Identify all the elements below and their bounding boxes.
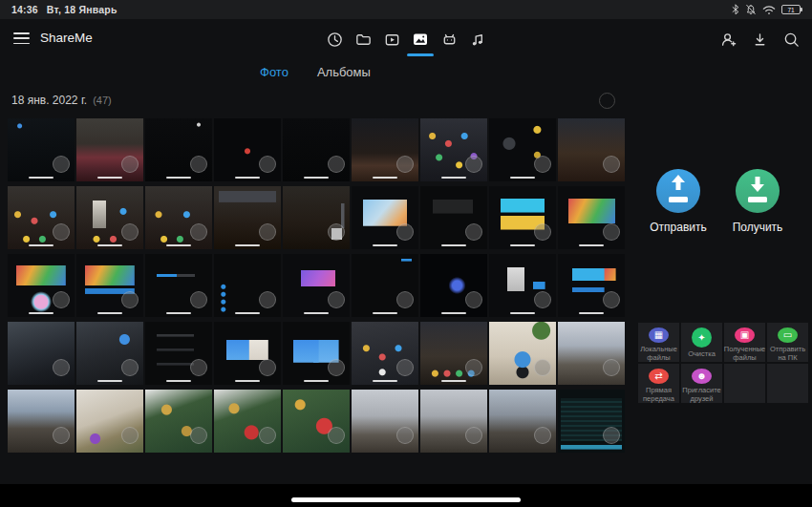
thumb-select-circle[interactable] [190, 223, 207, 241]
thumb-select-circle[interactable] [53, 156, 70, 173]
tab-albums[interactable]: Альбомы [317, 65, 371, 79]
thumb-select-circle[interactable] [328, 427, 345, 444]
thumb-select-circle[interactable] [53, 427, 70, 444]
photo-thumbnail[interactable] [214, 322, 281, 385]
photo-thumbnail[interactable] [76, 118, 143, 181]
photo-thumbnail[interactable] [420, 322, 487, 385]
thumb-select-circle[interactable] [465, 427, 482, 444]
photo-thumbnail[interactable] [76, 390, 143, 453]
photo-thumbnail[interactable] [214, 118, 281, 181]
thumb-select-circle[interactable] [396, 427, 414, 444]
thumb-select-circle[interactable] [603, 291, 620, 308]
shortcut-cleanup[interactable]: ✦Очистка [681, 323, 722, 362]
thumb-select-circle[interactable] [396, 156, 414, 173]
photo-thumbnail[interactable] [76, 186, 143, 249]
photo-thumbnail[interactable] [489, 254, 556, 317]
thumb-select-circle[interactable] [603, 156, 620, 173]
thumb-select-circle[interactable] [121, 156, 139, 173]
photo-thumbnail[interactable] [145, 254, 212, 317]
photo-thumbnail[interactable] [145, 118, 212, 181]
photo-thumbnail[interactable] [558, 186, 625, 249]
thumb-select-circle[interactable] [534, 359, 551, 376]
search-icon[interactable] [781, 30, 801, 49]
send-button[interactable] [656, 169, 700, 213]
photo-thumbnail[interactable] [8, 254, 75, 317]
shortcut-invite-friends[interactable]: ☻Пригласите друзей [681, 364, 722, 403]
apk-icon[interactable] [439, 30, 459, 49]
photo-thumbnail[interactable] [489, 118, 556, 181]
home-indicator[interactable] [291, 497, 521, 502]
photo-thumbnail[interactable] [489, 322, 556, 385]
shortcut-received-files[interactable]: ▣Полученные файлы [724, 323, 765, 362]
download-icon[interactable] [750, 30, 769, 49]
photo-thumbnail[interactable] [352, 186, 418, 249]
photo-thumbnail[interactable] [283, 322, 350, 385]
photo-thumbnail[interactable] [352, 390, 418, 453]
photo-thumbnail[interactable] [8, 118, 75, 181]
photo-thumbnail[interactable] [214, 390, 281, 453]
photo-thumbnail[interactable] [558, 254, 625, 317]
thumb-select-circle[interactable] [190, 291, 207, 308]
thumb-select-circle[interactable] [259, 359, 276, 376]
photo-thumbnail[interactable] [76, 254, 143, 317]
photo-thumbnail[interactable] [214, 254, 281, 317]
thumb-select-circle[interactable] [121, 427, 139, 444]
photo-thumbnail[interactable] [420, 186, 487, 249]
thumb-select-circle[interactable] [534, 427, 551, 444]
image-icon[interactable] [411, 30, 430, 49]
thumb-select-circle[interactable] [190, 359, 207, 376]
thumb-select-circle[interactable] [190, 156, 207, 173]
add-user-icon[interactable] [718, 30, 737, 49]
photo-thumbnail[interactable] [76, 322, 143, 385]
thumb-select-circle[interactable] [53, 359, 70, 376]
photo-thumbnail[interactable] [8, 322, 75, 385]
photo-thumbnail[interactable] [489, 390, 556, 453]
receive-button[interactable] [736, 169, 780, 213]
history-icon[interactable] [325, 30, 344, 49]
thumb-select-circle[interactable] [121, 291, 139, 308]
thumb-select-circle[interactable] [465, 223, 482, 241]
thumb-select-circle[interactable] [465, 359, 482, 376]
photo-thumbnail[interactable] [420, 118, 487, 181]
thumb-select-circle[interactable] [328, 359, 345, 376]
thumb-select-circle[interactable] [190, 427, 207, 444]
photo-thumbnail[interactable] [352, 254, 418, 317]
thumb-select-circle[interactable] [534, 291, 551, 308]
thumb-select-circle[interactable] [121, 223, 139, 241]
photo-thumbnail[interactable] [283, 390, 350, 453]
photo-thumbnail[interactable] [558, 390, 625, 453]
thumb-select-circle[interactable] [328, 223, 345, 241]
select-all-circle[interactable] [599, 93, 615, 109]
thumb-select-circle[interactable] [603, 223, 620, 241]
thumb-select-circle[interactable] [53, 223, 70, 241]
hamburger-menu-icon[interactable] [13, 32, 30, 45]
photo-thumbnail[interactable] [283, 118, 350, 181]
photo-thumbnail[interactable] [214, 186, 281, 249]
thumb-select-circle[interactable] [396, 223, 414, 241]
tab-photo[interactable]: Фото [260, 65, 288, 79]
shortcut-send-to-pc[interactable]: ▭Отправить на ПК [767, 323, 808, 362]
thumb-select-circle[interactable] [121, 359, 139, 376]
thumb-select-circle[interactable] [603, 427, 620, 444]
thumb-select-circle[interactable] [259, 427, 276, 444]
shortcut-direct-transfer[interactable]: ⇄Прямая передача [638, 364, 679, 403]
thumb-select-circle[interactable] [465, 291, 482, 308]
photo-thumbnail[interactable] [145, 322, 212, 385]
photo-thumbnail[interactable] [352, 118, 418, 181]
photo-thumbnail[interactable] [352, 322, 418, 385]
thumb-select-circle[interactable] [328, 156, 345, 173]
shortcut-local-files[interactable]: ▦Локальные файлы [638, 323, 679, 362]
thumb-select-circle[interactable] [328, 291, 345, 308]
thumb-select-circle[interactable] [259, 291, 276, 308]
photo-thumbnail[interactable] [145, 390, 212, 453]
thumb-select-circle[interactable] [465, 156, 482, 173]
thumb-select-circle[interactable] [259, 156, 276, 173]
thumb-select-circle[interactable] [603, 359, 620, 376]
photo-thumbnail[interactable] [8, 390, 75, 453]
folder-icon[interactable] [353, 30, 373, 49]
photo-thumbnail[interactable] [558, 322, 625, 385]
photo-thumbnail[interactable] [8, 186, 75, 249]
photo-thumbnail[interactable] [489, 186, 556, 249]
photo-thumbnail[interactable] [283, 254, 350, 317]
thumb-select-circle[interactable] [259, 223, 276, 241]
